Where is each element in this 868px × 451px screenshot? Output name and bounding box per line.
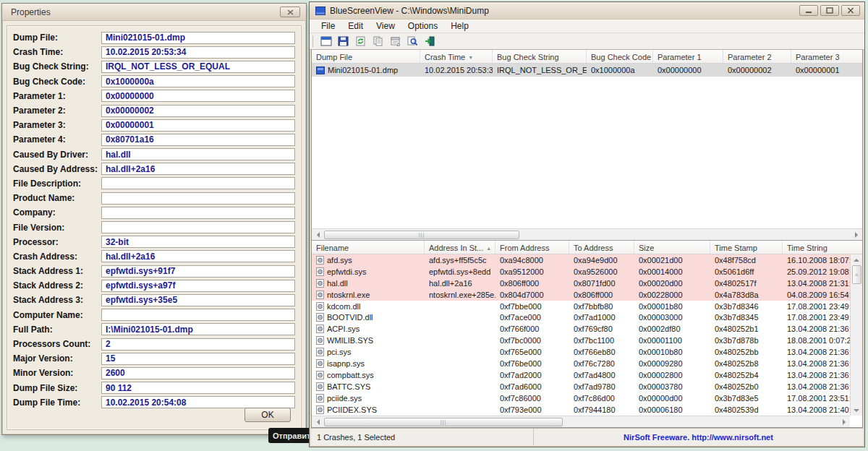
column-header-dump-file[interactable]: Dump File (312, 50, 420, 63)
close-button[interactable] (841, 5, 860, 16)
driver-row[interactable]: PCIIDEX.SYS 0xf793e000 0xf7944180 0x0000… (312, 404, 862, 416)
field-textbox[interactable]: IRQL_NOT_LESS_OR_EQUAL (101, 61, 295, 73)
column-header-parameter-1[interactable]: Parameter 1 (653, 50, 723, 63)
field-textbox[interactable]: hal.dll+2a16 (101, 250, 295, 262)
driver-row[interactable]: ntoskrnl.exe ntoskrnl.exe+285e... 0x804d… (312, 289, 862, 301)
field-textbox[interactable]: hal.dll (101, 148, 295, 160)
menu-item[interactable]: Options (402, 20, 443, 32)
column-header-from-address[interactable]: From Address (495, 241, 569, 254)
scroll-right-icon[interactable] (850, 229, 862, 241)
driver-row[interactable]: isapnp.sys 0xf76be000 0xf76c7280 0x00009… (312, 358, 862, 369)
field-textbox[interactable]: hal.dll+2a16 (101, 163, 295, 175)
driver-row[interactable]: kdcom.dll 0xf7bbe000 0xf7bbfb80 0x00001b… (312, 301, 862, 312)
column-header-parameter-2[interactable]: Parameter 2 (723, 50, 791, 63)
column-header-to-address[interactable]: To Address (569, 241, 634, 254)
field-textbox[interactable]: epfwtdi.sys+35e5 (101, 294, 295, 306)
field-textbox[interactable] (101, 207, 295, 219)
field-textbox[interactable]: 0x00000000 (101, 90, 295, 102)
field-textbox[interactable]: 0x80701a16 (101, 134, 295, 146)
field-textbox[interactable]: Mini021015-01.dmp (101, 32, 295, 44)
driver-file-icon (316, 279, 324, 288)
driver-list-vscrollbar[interactable]: ≡ (850, 254, 862, 416)
driver-row[interactable]: WMILIB.SYS 0xf7bc0000 0xf7bc1100 0x00001… (312, 335, 862, 346)
hscroll-thumb[interactable]: ||| (324, 231, 519, 239)
field-textbox[interactable]: epfwtdi.sys+91f7 (101, 265, 295, 278)
field-textbox[interactable]: 2600 (101, 367, 295, 379)
column-header-bug-check-code[interactable]: Bug Check Code (587, 50, 653, 63)
driver-row[interactable]: pci.sys 0xf765e000 0xf766eb80 0x00010b80… (312, 346, 862, 358)
crash-row-selected[interactable]: Mini021015-01.dmp 10.02.2015 20:53:34 IR… (312, 64, 862, 77)
window-titlebar[interactable]: BlueScreenView - C:\Windows\MiniDump (310, 2, 864, 19)
field-textbox[interactable] (101, 192, 295, 205)
save-icon[interactable] (336, 35, 350, 48)
field-textbox[interactable]: epfwtdi.sys+a97f (101, 280, 295, 292)
field-textbox[interactable]: 90 112 (101, 382, 295, 394)
column-header-time-stamp[interactable]: Time Stamp (710, 241, 783, 254)
scroll-left-icon[interactable] (312, 229, 324, 241)
driver-row[interactable]: afd.sys afd.sys+ff5f5c5c 0xa94c8000 0xa9… (312, 254, 862, 266)
field-label: Computer Name: (13, 310, 101, 320)
properties-icon[interactable] (388, 35, 402, 48)
driver-row[interactable]: hal.dll hal.dll+2a16 0x806ff000 0x8071fd… (312, 278, 862, 289)
scroll-up-icon[interactable] (851, 254, 863, 265)
driver-row[interactable]: pciide.sys 0xf7c86000 0xf7c86d00 0x00000… (312, 392, 862, 404)
column-header-time-string[interactable]: Time String (783, 241, 862, 254)
field-value: 2 (106, 339, 111, 349)
field-textbox[interactable]: 15 (101, 353, 295, 365)
vscroll-thumb[interactable]: ≡ (852, 265, 861, 284)
field-textbox[interactable]: I:\Mini021015-01.dmp (101, 323, 295, 335)
time-stamp-cell: 0x3b7d83e5 (710, 394, 783, 403)
ok-button[interactable]: OK (244, 408, 291, 422)
column-header-address-in-stack[interactable]: Address In St...▲ (425, 241, 495, 254)
field-textbox[interactable]: 0x00000002 (101, 105, 295, 117)
refresh-icon[interactable] (354, 35, 367, 48)
field-textbox[interactable]: 10.02.2015 20:53:34 (101, 46, 295, 59)
field-textbox[interactable] (101, 221, 295, 233)
driver-row[interactable]: compbatt.sys 0xf7ad2000 0xf7ad4800 0x000… (312, 369, 862, 381)
dialog-field-row: Crash Time: 10.02.2015 20:53:34 (13, 45, 295, 59)
field-textbox[interactable]: 0x1000000a (101, 75, 295, 87)
menu-item[interactable]: View (370, 20, 401, 32)
column-header-size[interactable]: Size (634, 241, 710, 254)
maximize-button[interactable] (820, 5, 839, 16)
column-header-bug-check-string[interactable]: Bug Check String (493, 50, 587, 63)
field-textbox[interactable] (101, 309, 295, 321)
field-label: Parameter 1: (13, 91, 101, 101)
dialog-titlebar[interactable]: Properties (2, 4, 306, 21)
dialog-close-icon[interactable] (280, 7, 300, 17)
scroll-left-icon[interactable] (312, 416, 324, 428)
field-textbox[interactable]: 2 (101, 338, 295, 351)
column-header-crash-time[interactable]: Crash Time▼ (420, 50, 493, 63)
field-textbox[interactable]: 10.02.2015 20:54:08 (101, 396, 295, 408)
column-header-parameter-3[interactable]: Parameter 3 (791, 50, 862, 63)
size-cell: 0x00001b80 (634, 302, 710, 311)
hscroll-thumb[interactable]: ||| (324, 418, 563, 426)
size-cell: 0x00006180 (634, 405, 710, 414)
driver-list-hscrollbar[interactable]: ||| (312, 416, 850, 427)
field-textbox[interactable]: 32-bit (101, 236, 295, 248)
column-header-filename[interactable]: Filename (312, 241, 425, 254)
dialog-content: Dump File: Mini021015-01.dmp Crash Time:… (7, 25, 302, 430)
crash-list-header: Dump File Crash Time▼ Bug Check String B… (312, 50, 862, 64)
find-icon[interactable] (406, 35, 420, 48)
status-nirsoft-link[interactable]: NirSoft Freeware. http://www.nirsoft.net (534, 433, 863, 442)
field-textbox[interactable] (101, 177, 295, 189)
field-textbox[interactable]: 0x00000001 (101, 119, 295, 132)
copy-icon[interactable] (371, 35, 385, 48)
menu-item[interactable]: Edit (342, 20, 369, 32)
exit-icon[interactable] (423, 35, 437, 48)
menu-item[interactable]: File (315, 20, 341, 32)
time-stamp-cell: 0x480252b4 (710, 371, 783, 379)
driver-row[interactable]: BATTC.SYS 0xf7ad6000 0xf7ad9780 0x000037… (312, 381, 862, 392)
menu-item[interactable]: Help (445, 20, 475, 32)
scroll-down-icon[interactable] (851, 405, 863, 416)
driver-row[interactable]: ACPI.sys 0xf766f000 0xf769cf80 0x0002df8… (312, 323, 862, 335)
crash-list-hscrollbar[interactable]: ||| (312, 228, 862, 240)
scroll-right-icon[interactable] (838, 416, 850, 428)
field-value: hal.dll+2a16 (106, 252, 155, 262)
advanced-options-icon[interactable] (319, 35, 333, 48)
driver-row[interactable]: epfwtdi.sys epfwtdi.sys+8edd 0xa9512000 … (312, 266, 862, 278)
field-value: 0x1000000a (106, 77, 154, 87)
driver-row[interactable]: BOOTVID.dll 0xf7ace000 0xf7ad1000 0x0000… (312, 312, 862, 323)
minimize-button[interactable] (799, 5, 818, 16)
